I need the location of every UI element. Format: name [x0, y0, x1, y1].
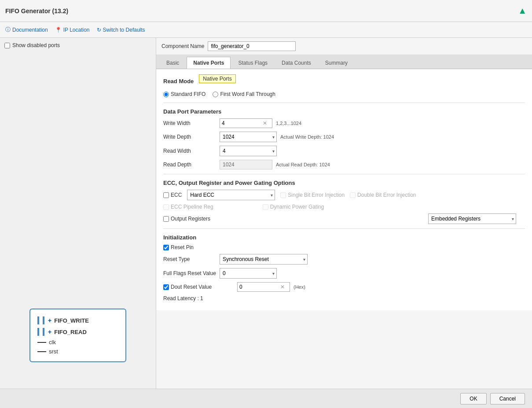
dout-reset-hint: (Hex) [294, 284, 305, 290]
double-bit-error-checkbox [350, 192, 356, 198]
toolbar: ⓘ Documentation 📍 IP Location ↻ Switch t… [0, 22, 532, 38]
fifo-write-label: FIFO_WRITE [54, 317, 89, 324]
double-bit-error-item: Double Bit Error Injection [350, 192, 416, 198]
tab-summary[interactable]: Summary [319, 57, 354, 69]
srst-label: srst [49, 348, 58, 355]
tab-native-ports[interactable]: Native Ports [187, 57, 231, 69]
single-bit-error-label: Single Bit Error Injection [288, 192, 345, 198]
standard-fifo-option[interactable]: Standard FIFO [163, 91, 205, 97]
read-width-label: Read Width [163, 148, 216, 154]
vivado-logo: ▲ [518, 6, 527, 16]
actual-read-depth: Actual Read Depth: 1024 [276, 162, 330, 167]
switch-defaults-link[interactable]: ↻ Switch to Defaults [97, 27, 145, 33]
read-depth-label: Read Depth [163, 162, 216, 168]
write-depth-select[interactable]: 1024 [220, 132, 277, 142]
dout-reset-clear-btn[interactable]: ✕ [279, 284, 286, 290]
double-bit-error-label: Double Bit Error Injection [357, 192, 416, 198]
info-icon: ⓘ [5, 26, 11, 33]
write-width-input[interactable] [220, 119, 262, 128]
single-bit-error-item: Single Bit Error Injection [280, 192, 345, 198]
dout-reset-item[interactable]: Dout Reset Value [163, 284, 234, 290]
tab-basic[interactable]: Basic [160, 57, 186, 69]
ecc-pipeline-label: ECC Pipeline Reg [171, 204, 213, 210]
output-registers-item[interactable]: Output Registers [163, 216, 210, 222]
content-area: Read Mode Native Ports Standard FIFO Fir… [156, 69, 532, 310]
read-mode-header: Read Mode [163, 78, 194, 85]
tabs-bar: Basic Native Ports Status Flags Data Cou… [156, 55, 532, 69]
show-disabled-ports-row: Show disabled ports [4, 42, 151, 48]
fifo-read-label: FIFO_READ [54, 329, 87, 335]
plus-icon-write: + [48, 317, 51, 324]
location-icon: 📍 [55, 27, 62, 33]
initialization-header: Initialization [163, 234, 525, 241]
plus-icon-read: + [48, 328, 51, 335]
read-width-row: Read Width 4 [163, 146, 525, 156]
ecc-checkbox[interactable] [163, 192, 169, 198]
read-width-select[interactable]: 4 [220, 146, 277, 156]
reset-pin-checkbox[interactable] [163, 245, 169, 250]
srst-line [37, 351, 46, 352]
component-name-bar: Component Name [156, 38, 532, 55]
write-width-input-wrapper: ✕ [220, 118, 272, 128]
main-content: Show disabled ports + FIFO_WRITE + FIFO_… [0, 38, 532, 389]
initialization-section: Initialization Reset Pin Reset Type Sync… [163, 234, 525, 301]
read-latency-row: Read Latency : 1 [163, 295, 525, 301]
read-mode-radio-group: Standard FIFO First Word Fall Through [163, 91, 525, 97]
tab-status-flags[interactable]: Status Flags [231, 57, 274, 69]
write-width-hint: 1,2,3...1024 [276, 121, 301, 126]
reset-type-label: Reset Type [163, 256, 216, 262]
clk-line [37, 342, 46, 343]
reset-type-select-container: Synchronous Reset Asynchronous Reset [220, 254, 308, 265]
dout-reset-checkbox[interactable] [163, 284, 169, 290]
first-word-option[interactable]: First Word Fall Through [213, 91, 275, 97]
documentation-label: Documentation [12, 27, 48, 33]
dout-reset-input[interactable] [238, 283, 279, 291]
write-width-clear-btn[interactable]: ✕ [262, 120, 268, 126]
switch-defaults-label: Switch to Defaults [103, 27, 145, 33]
fifo-diagram: + FIFO_WRITE + FIFO_READ clk srst [29, 309, 126, 362]
ecc-section-header: ECC, Output Register and Power Gating Op… [163, 180, 525, 186]
fifo-read-port: + FIFO_READ [37, 326, 118, 338]
read-depth-row: Read Depth Actual Read Depth: 1024 [163, 160, 525, 169]
fifo-box: + FIFO_WRITE + FIFO_READ clk srst [29, 309, 126, 362]
ecc-checkbox-item[interactable]: ECC [163, 192, 182, 198]
read-mode-section: Read Mode Native Ports Standard FIFO Fir… [163, 74, 525, 97]
full-flags-label: Full Flags Reset Value [163, 270, 216, 276]
embedded-registers-select[interactable]: Embedded Registers Fabric Registers None [428, 213, 516, 224]
read-bar2 [43, 328, 44, 336]
output-registers-label: Output Registers [171, 216, 210, 222]
cancel-button[interactable]: Cancel [490, 393, 525, 404]
fifo-write-port: + FIFO_WRITE [37, 315, 118, 326]
reset-type-select[interactable]: Synchronous Reset Asynchronous Reset [220, 254, 308, 265]
full-flags-row: Full Flags Reset Value 0 1 [163, 268, 525, 279]
embedded-registers-container: Embedded Registers Fabric Registers None [428, 213, 516, 224]
first-word-label: First Word Fall Through [220, 91, 275, 97]
write-width-row: Write Width ✕ 1,2,3...1024 [163, 118, 525, 128]
clk-label: clk [49, 339, 56, 346]
output-registers-checkbox[interactable] [163, 216, 169, 222]
dynamic-power-item: Dynamic Power Gating [263, 204, 324, 210]
dout-reset-input-wrapper: ✕ [237, 282, 290, 292]
tab-data-counts[interactable]: Data Counts [275, 57, 318, 69]
single-bit-error-checkbox [280, 192, 286, 198]
clk-signal: clk [37, 338, 118, 347]
show-disabled-ports-checkbox[interactable] [4, 43, 10, 48]
first-word-radio[interactable] [213, 92, 218, 97]
standard-fifo-radio[interactable] [163, 92, 169, 97]
window-title: FIFO Generator (13.2) [5, 7, 68, 15]
documentation-link[interactable]: ⓘ Documentation [5, 26, 48, 33]
component-name-label: Component Name [161, 43, 204, 49]
read-latency-label: Read Latency : 1 [163, 295, 203, 301]
full-flags-select[interactable]: 0 1 [220, 268, 277, 279]
bottom-bar: OK Cancel [0, 389, 532, 408]
ok-button[interactable]: OK [460, 393, 486, 404]
ecc-label: ECC [171, 192, 182, 198]
reset-pin-item[interactable]: Reset Pin [163, 244, 194, 250]
component-name-input[interactable] [208, 41, 296, 51]
ecc-section: ECC, Output Register and Power Gating Op… [163, 180, 525, 224]
ip-location-link[interactable]: 📍 IP Location [55, 27, 90, 33]
data-port-header: Data Port Parameters [163, 108, 525, 115]
hard-ecc-select[interactable]: Hard ECC Soft ECC None [187, 190, 275, 200]
write-depth-select-container: 1024 [220, 132, 277, 142]
dynamic-power-label: Dynamic Power Gating [270, 204, 324, 210]
